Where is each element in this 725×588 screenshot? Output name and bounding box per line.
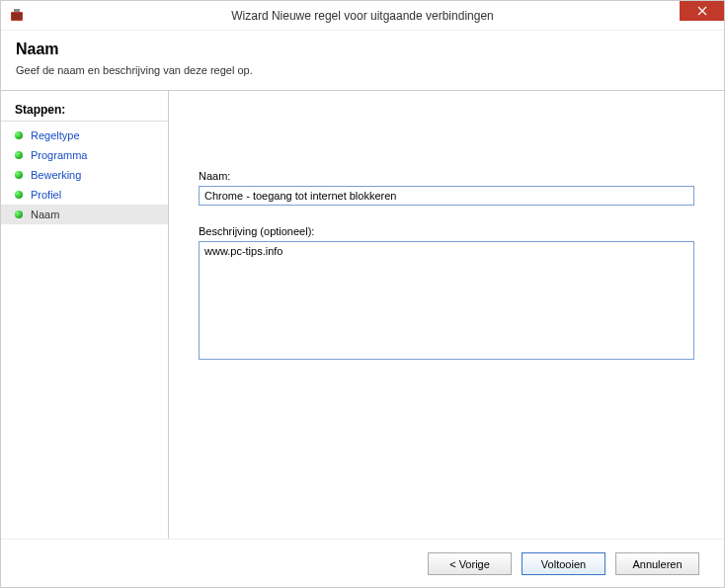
step-bullet-icon xyxy=(15,191,23,199)
step-bewerking[interactable]: Bewerking xyxy=(1,165,168,185)
main-panel: Naam: Beschrijving (optioneel): xyxy=(169,91,724,539)
page-title: Naam xyxy=(16,41,709,58)
step-label: Programma xyxy=(31,149,87,161)
steps-sidebar: Stappen: Regeltype Programma Bewerking P… xyxy=(1,91,169,539)
step-bullet-icon xyxy=(15,171,23,179)
step-programma[interactable]: Programma xyxy=(1,145,168,165)
close-icon xyxy=(697,6,707,16)
step-label: Regeltype xyxy=(31,129,80,141)
steps-title: Stappen: xyxy=(1,99,168,122)
name-input[interactable] xyxy=(199,186,694,206)
description-input[interactable] xyxy=(199,241,694,360)
step-label: Profiel xyxy=(31,189,61,201)
name-label: Naam: xyxy=(199,170,694,182)
step-bullet-icon xyxy=(15,131,23,139)
cancel-button[interactable]: Annuleren xyxy=(615,552,699,575)
step-bullet-icon xyxy=(15,151,23,159)
step-regeltype[interactable]: Regeltype xyxy=(1,126,168,145)
back-button[interactable]: < Vorige xyxy=(428,552,512,575)
page-subtitle: Geef de naam en beschrijving van deze re… xyxy=(16,64,709,76)
description-label: Beschrijving (optioneel): xyxy=(199,225,694,237)
window-title: Wizard Nieuwe regel voor uitgaande verbi… xyxy=(1,9,724,23)
close-button[interactable] xyxy=(680,1,724,21)
button-bar: < Vorige Voltooien Annuleren xyxy=(1,539,724,588)
step-bullet-icon xyxy=(15,210,23,218)
finish-button[interactable]: Voltooien xyxy=(522,552,605,575)
step-label: Bewerking xyxy=(31,169,81,181)
wizard-header: Naam Geef de naam en beschrijving van de… xyxy=(1,31,724,91)
step-profiel[interactable]: Profiel xyxy=(1,185,168,205)
titlebar: Wizard Nieuwe regel voor uitgaande verbi… xyxy=(1,1,724,31)
step-label: Naam xyxy=(31,209,59,220)
step-naam[interactable]: Naam xyxy=(1,205,168,224)
